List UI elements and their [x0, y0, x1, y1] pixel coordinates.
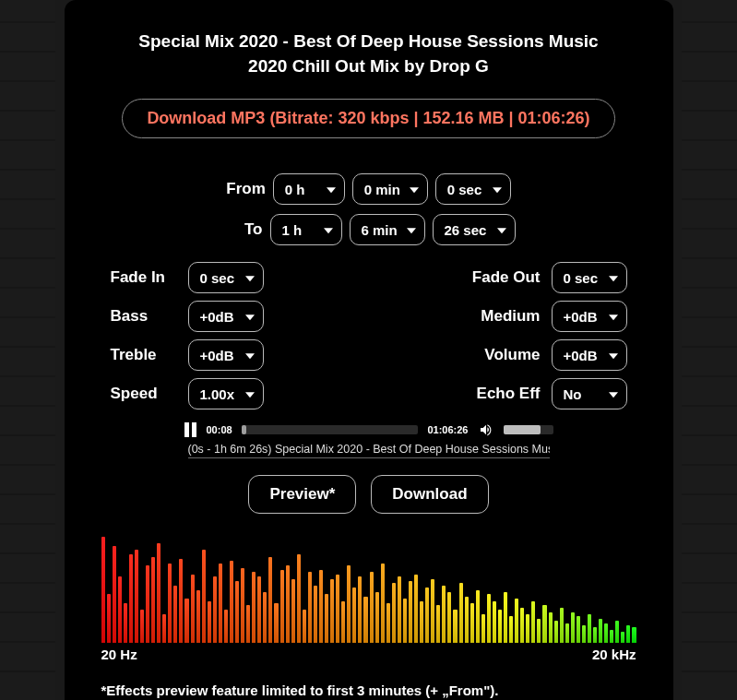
spectrum-bar: [219, 564, 222, 643]
medium-select[interactable]: +0dB: [552, 301, 627, 332]
spectrum-bar: [403, 599, 407, 643]
spectrum-bar: [442, 586, 446, 643]
seek-bar[interactable]: [242, 425, 419, 434]
spectrum-bar: [286, 565, 290, 643]
spectrum-bar: [470, 603, 474, 643]
spectrum-bar: [308, 572, 312, 643]
spectrum-bar: [157, 543, 160, 643]
spectrum-bar: [375, 592, 379, 643]
spectrum-bar: [386, 603, 390, 643]
spectrum-bar: [381, 564, 385, 643]
axis-high: 20 kHz: [592, 647, 636, 662]
download-button[interactable]: Download: [371, 475, 488, 514]
volume-bar[interactable]: [504, 425, 553, 434]
spectrum-bar: [325, 594, 328, 643]
audio-player: 00:08 01:06:26: [184, 422, 553, 437]
spectrum-bar: [118, 576, 122, 643]
from-sec-select[interactable]: 0 sec: [435, 173, 511, 205]
spectrum-bar: [202, 550, 206, 643]
speed-select[interactable]: 1.00x: [188, 378, 264, 409]
spectrum-bar: [487, 594, 491, 643]
spectrum-bar: [224, 610, 228, 643]
spectrum-bar: [347, 565, 351, 643]
from-hour-select[interactable]: 0 h: [273, 173, 345, 205]
page-title: Special Mix 2020 - Best Of Deep House Se…: [120, 30, 618, 78]
spectrum-bar: [330, 579, 334, 644]
fade-out-select[interactable]: 0 sec: [552, 262, 627, 293]
spectrum-bar: [140, 610, 144, 643]
spectrum-bar: [621, 632, 624, 643]
pause-icon[interactable]: [184, 422, 197, 437]
current-time: 00:08: [207, 424, 232, 435]
spectrum-bar: [420, 601, 423, 644]
spectrum-bar: [549, 612, 553, 644]
spectrum-bar: [319, 570, 323, 643]
spectrum-bar: [459, 583, 463, 643]
footnote: *Effects preview feature limited to firs…: [92, 677, 646, 698]
spectrum-bar: [241, 568, 244, 644]
spectrum-bar: [520, 608, 524, 643]
from-label: From: [226, 180, 266, 198]
spectrum-bar: [257, 576, 261, 643]
spectrum-bar: [274, 603, 278, 643]
spectrum-bar: [447, 592, 451, 643]
spectrum-bar: [542, 605, 546, 643]
spectrum-bar: [135, 550, 138, 643]
spectrum-bar: [526, 614, 529, 643]
treble-select[interactable]: +0dB: [188, 339, 264, 371]
spectrum-bar: [151, 557, 155, 644]
spectrum-bar: [565, 623, 569, 644]
spectrum-bar: [363, 597, 367, 643]
volume-select[interactable]: +0dB: [552, 339, 627, 371]
download-mp3-button[interactable]: Download MP3 (Bitrate: 320 kbps | 152.16…: [122, 99, 614, 138]
medium-label: Medium: [481, 307, 540, 326]
to-label: To: [222, 220, 263, 239]
spectrum-bar: [107, 594, 111, 643]
spectrum-bar: [615, 621, 619, 643]
volume-label: Volume: [484, 346, 540, 364]
spectrum-bar: [632, 627, 636, 643]
fade-in-select[interactable]: 0 sec: [188, 262, 264, 293]
spectrum-bar: [481, 614, 485, 643]
echo-select[interactable]: No: [552, 378, 627, 409]
axis-low: 20 Hz: [101, 647, 137, 662]
spectrum-bar: [162, 614, 166, 643]
spectrum-bar: [303, 610, 306, 643]
spectrum-bar: [571, 612, 575, 644]
spectrum-bar: [252, 572, 256, 643]
spectrum-bar: [230, 561, 233, 643]
spectrum-bar: [414, 575, 418, 643]
to-hour-select[interactable]: 1 h: [270, 214, 342, 245]
spectrum-bar: [431, 579, 434, 644]
spectrum-bar: [297, 554, 301, 643]
to-sec-select[interactable]: 26 sec: [433, 214, 516, 245]
spectrum-bar: [604, 623, 608, 644]
spectrum-bar: [398, 576, 401, 643]
spectrum-bar: [314, 586, 317, 643]
spectrum-bar: [280, 570, 284, 643]
spectrum-bar: [577, 616, 580, 643]
fade-in-label: Fade In: [111, 268, 177, 287]
from-min-select[interactable]: 0 min: [352, 173, 428, 205]
preview-button[interactable]: Preview*: [248, 475, 356, 514]
spectrum-bar: [263, 592, 267, 643]
spectrum-bar: [113, 546, 116, 644]
spectrum-bar: [352, 587, 356, 643]
bass-select[interactable]: +0dB: [188, 301, 264, 332]
spectrum-bar: [392, 583, 396, 643]
spectrum-bar: [537, 619, 541, 643]
spectrum-bar: [593, 627, 597, 643]
to-min-select[interactable]: 6 min: [350, 214, 425, 245]
spectrum-bar: [370, 572, 374, 643]
spectrum-bar: [291, 579, 295, 644]
spectrum-bar: [208, 601, 211, 644]
spectrum-bar: [498, 610, 502, 643]
speaker-icon[interactable]: [478, 422, 494, 437]
spectrum-bar: [168, 564, 172, 643]
spectrum-bar: [358, 576, 362, 643]
spectrum-bar: [268, 557, 272, 644]
spectrum-bar: [436, 605, 440, 643]
bass-label: Bass: [111, 307, 177, 326]
spectrum-bar: [453, 610, 457, 643]
echo-label: Echo Eff: [477, 385, 541, 403]
